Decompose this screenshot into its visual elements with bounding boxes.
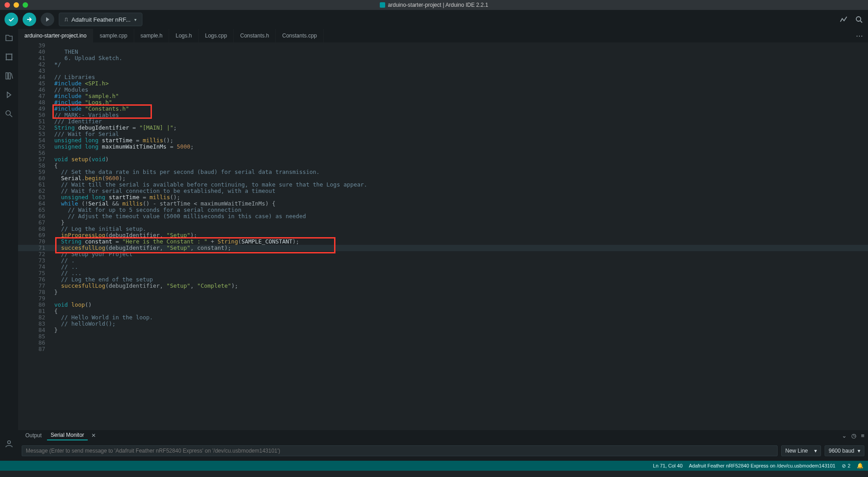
verify-button[interactable]: [5, 13, 18, 26]
code-line[interactable]: 66 // Adjust the timeout value (5000 mil…: [18, 213, 868, 220]
code-line[interactable]: 56: [18, 150, 868, 156]
editor-tab[interactable]: sample.cpp: [93, 29, 134, 42]
chevron-down-icon: ▾: [134, 17, 137, 22]
code-line[interactable]: 84}: [18, 327, 868, 333]
editor-region: arduino-starter-project.inosample.cppsam…: [18, 29, 868, 461]
code-line[interactable]: 55unsigned long maximumWaitTimeInMs = 50…: [18, 144, 868, 150]
maximize-window-button[interactable]: [23, 2, 28, 8]
code-line[interactable]: 79: [18, 295, 868, 302]
code-line[interactable]: 81{: [18, 308, 868, 314]
code-line[interactable]: 60 Serial.begin(9600);: [18, 175, 868, 182]
code-line[interactable]: 40 THEN: [18, 49, 868, 55]
code-line[interactable]: 49#include "Constants.h": [18, 106, 868, 112]
line-number: 41: [18, 55, 53, 61]
upload-button[interactable]: [23, 13, 36, 26]
editor-tab[interactable]: Logs.h: [169, 29, 198, 42]
debug-button[interactable]: [41, 13, 54, 26]
code-line[interactable]: 63 unsigned long startTime = millis();: [18, 194, 868, 201]
code-line[interactable]: 72 // Setup your Project: [18, 251, 868, 257]
code-line[interactable]: 86: [18, 340, 868, 346]
debug-icon[interactable]: [4, 89, 14, 100]
boards-manager-icon[interactable]: [4, 51, 14, 62]
editor-tab[interactable]: Constants.h: [234, 29, 276, 42]
library-manager-icon[interactable]: [4, 70, 14, 81]
close-window-button[interactable]: [5, 2, 10, 8]
code-line[interactable]: 82 // Hello World in the loop.: [18, 314, 868, 321]
code-line[interactable]: 58{: [18, 163, 868, 169]
code-line[interactable]: 50// MARK:- Variables: [18, 112, 868, 118]
svg-point-0: [856, 17, 861, 21]
editor-tab[interactable]: arduino-starter-project.ino: [18, 29, 93, 42]
code-line[interactable]: 64 while (!Serial && millis() - startTim…: [18, 201, 868, 207]
code-line[interactable]: 75 // ...: [18, 270, 868, 276]
line-number: 71: [18, 245, 53, 251]
baud-rate-select[interactable]: 9600 baud ▾: [825, 445, 864, 456]
code-line[interactable]: 45#include <SPI.h>: [18, 80, 868, 87]
line-number: 68: [18, 226, 53, 232]
board-selector[interactable]: ⎍ Adafruit Feather nRF... ▾: [59, 13, 142, 26]
window-title-text: arduino-starter-project | Arduino IDE 2.…: [388, 2, 488, 8]
toolbar-right: [839, 15, 863, 24]
line-number: 50: [18, 112, 53, 118]
panel-clock-icon[interactable]: ◷: [851, 432, 856, 439]
arduino-logo-icon: [380, 2, 385, 8]
code-line[interactable]: 83 // helloWorld();: [18, 321, 868, 327]
panel-toggle-down-icon[interactable]: ⌄: [842, 432, 847, 439]
cursor-position[interactable]: Ln 71, Col 40: [653, 463, 682, 468]
code-line[interactable]: 54unsigned long startTime = millis();: [18, 137, 868, 144]
editor-tab[interactable]: Logs.cpp: [199, 29, 234, 42]
account-icon[interactable]: [4, 438, 14, 449]
search-icon[interactable]: [4, 108, 14, 119]
sketchbook-icon[interactable]: [4, 33, 14, 43]
output-tab[interactable]: Output: [22, 431, 45, 440]
port-status[interactable]: Adafruit Feather nRF52840 Express on /de…: [689, 463, 835, 468]
bell-icon[interactable]: 🔔: [857, 463, 863, 469]
code-line[interactable]: 48#include "Logs.h": [18, 99, 868, 106]
line-number: 75: [18, 270, 53, 276]
code-line[interactable]: 41 6. Upload Sketch.: [18, 55, 868, 61]
code-line[interactable]: 74 // ..: [18, 264, 868, 270]
code-line[interactable]: 70 String constant = "Here is the Consta…: [18, 238, 868, 245]
serial-message-input[interactable]: [22, 445, 778, 456]
editor-tab[interactable]: Constants.cpp: [276, 29, 324, 42]
serial-monitor-icon[interactable]: [854, 15, 863, 24]
code-line[interactable]: 68 // Log the initial setup.: [18, 226, 868, 232]
code-line[interactable]: 52String debugIdentifier = "[MAIN] |";: [18, 125, 868, 131]
chevron-down-icon: ▾: [858, 448, 860, 454]
code-line[interactable]: 87: [18, 346, 868, 352]
code-line[interactable]: 61 // Wait till the serial is available …: [18, 182, 868, 188]
code-line[interactable]: 42*/: [18, 61, 868, 68]
code-line[interactable]: 39: [18, 42, 868, 49]
serial-monitor-tab[interactable]: Serial Monitor: [47, 430, 88, 440]
tabs-overflow[interactable]: ⋯: [856, 29, 868, 42]
code-line[interactable]: 78}: [18, 289, 868, 295]
code-line[interactable]: 65 // Wait for up to 5 seconds for a ser…: [18, 207, 868, 213]
serial-plotter-icon[interactable]: [839, 15, 848, 24]
code-line[interactable]: 69 inProgressLog(debugIdentifier, "Setup…: [18, 232, 868, 238]
minimize-window-button[interactable]: [14, 2, 19, 8]
close-panel-tab-icon[interactable]: ✕: [90, 432, 98, 439]
panel-clear-icon[interactable]: ≡: [861, 432, 864, 439]
code-line[interactable]: 67 }: [18, 220, 868, 226]
code-line[interactable]: 71 succesfullLog(debugIdentifier, "Setup…: [18, 245, 868, 251]
code-line[interactable]: 57void setup(void): [18, 156, 868, 163]
code-line[interactable]: 44// Libraries: [18, 74, 868, 80]
code-line[interactable]: 47#include "sample.h": [18, 93, 868, 99]
code-line[interactable]: 80void loop(): [18, 302, 868, 308]
code-line[interactable]: 59 // Set the data rate in bits per seco…: [18, 169, 868, 175]
line-ending-select[interactable]: New Line ▾: [781, 445, 821, 456]
notifications-button[interactable]: ⊘ 2: [842, 463, 850, 469]
line-number: 63: [18, 194, 53, 201]
code-editor[interactable]: 3940 THEN41 6. Upload Sketch.42*/4344// …: [18, 42, 868, 430]
code-line[interactable]: 46// Modules: [18, 87, 868, 93]
line-number: 48: [18, 99, 53, 106]
code-line[interactable]: 51/// Identifier: [18, 118, 868, 125]
code-line[interactable]: 62 // Wait for serial connection to be e…: [18, 188, 868, 194]
code-line[interactable]: 77 succesfullLog(debugIdentifier, "Setup…: [18, 283, 868, 289]
code-line[interactable]: 73 // .: [18, 257, 868, 264]
code-line[interactable]: 43: [18, 68, 868, 74]
code-line[interactable]: 85: [18, 333, 868, 340]
code-line[interactable]: 76 // Log the end of the setup: [18, 276, 868, 283]
code-line[interactable]: 53/// Wait for Serial: [18, 131, 868, 137]
editor-tab[interactable]: sample.h: [134, 29, 170, 42]
